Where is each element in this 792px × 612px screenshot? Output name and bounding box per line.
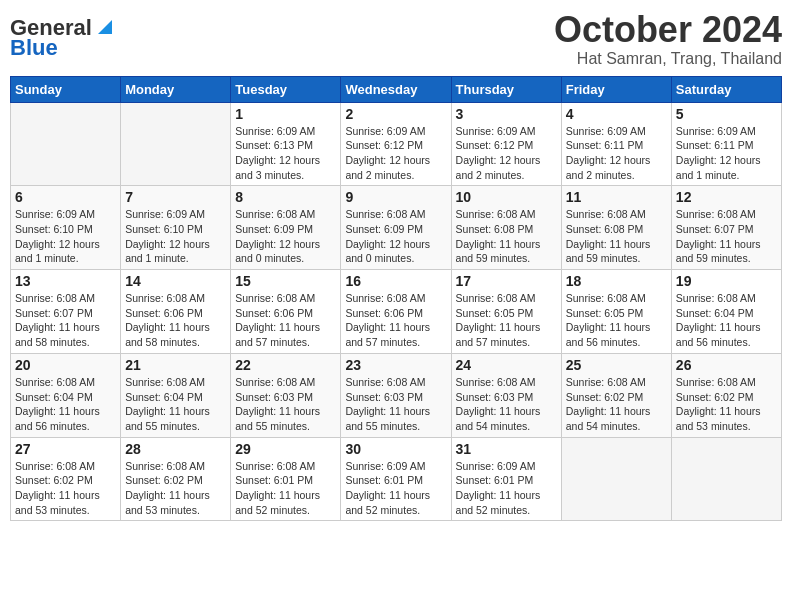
calendar-week-row: 20Sunrise: 6:08 AMSunset: 6:04 PMDayligh…: [11, 353, 782, 437]
day-number: 5: [676, 106, 777, 122]
calendar-cell: 6Sunrise: 6:09 AMSunset: 6:10 PMDaylight…: [11, 186, 121, 270]
day-info: Sunrise: 6:08 AMSunset: 6:03 PMDaylight:…: [345, 375, 446, 434]
day-info: Sunrise: 6:08 AMSunset: 6:03 PMDaylight:…: [235, 375, 336, 434]
calendar-table: SundayMondayTuesdayWednesdayThursdayFrid…: [10, 76, 782, 522]
day-info: Sunrise: 6:08 AMSunset: 6:02 PMDaylight:…: [15, 459, 116, 518]
day-info: Sunrise: 6:08 AMSunset: 6:08 PMDaylight:…: [566, 207, 667, 266]
day-number: 12: [676, 189, 777, 205]
calendar-cell: 24Sunrise: 6:08 AMSunset: 6:03 PMDayligh…: [451, 353, 561, 437]
weekday-header-wednesday: Wednesday: [341, 76, 451, 102]
calendar-cell: 8Sunrise: 6:08 AMSunset: 6:09 PMDaylight…: [231, 186, 341, 270]
day-info: Sunrise: 6:08 AMSunset: 6:09 PMDaylight:…: [235, 207, 336, 266]
calendar-cell: [11, 102, 121, 186]
month-title: October 2024: [554, 10, 782, 50]
calendar-cell: 13Sunrise: 6:08 AMSunset: 6:07 PMDayligh…: [11, 270, 121, 354]
page-header: General Blue October 2024 Hat Samran, Tr…: [10, 10, 782, 68]
calendar-cell: 27Sunrise: 6:08 AMSunset: 6:02 PMDayligh…: [11, 437, 121, 521]
calendar-cell: 15Sunrise: 6:08 AMSunset: 6:06 PMDayligh…: [231, 270, 341, 354]
weekday-header-monday: Monday: [121, 76, 231, 102]
day-number: 25: [566, 357, 667, 373]
logo: General Blue: [10, 15, 116, 61]
day-info: Sunrise: 6:08 AMSunset: 6:07 PMDaylight:…: [676, 207, 777, 266]
calendar-cell: 7Sunrise: 6:09 AMSunset: 6:10 PMDaylight…: [121, 186, 231, 270]
day-number: 11: [566, 189, 667, 205]
day-number: 3: [456, 106, 557, 122]
calendar-cell: 4Sunrise: 6:09 AMSunset: 6:11 PMDaylight…: [561, 102, 671, 186]
weekday-header-sunday: Sunday: [11, 76, 121, 102]
calendar-cell: [671, 437, 781, 521]
day-number: 23: [345, 357, 446, 373]
day-number: 26: [676, 357, 777, 373]
logo-arrow-icon: [94, 16, 116, 38]
day-number: 10: [456, 189, 557, 205]
day-number: 22: [235, 357, 336, 373]
day-number: 9: [345, 189, 446, 205]
calendar-cell: 25Sunrise: 6:08 AMSunset: 6:02 PMDayligh…: [561, 353, 671, 437]
day-info: Sunrise: 6:09 AMSunset: 6:01 PMDaylight:…: [456, 459, 557, 518]
calendar-week-row: 6Sunrise: 6:09 AMSunset: 6:10 PMDaylight…: [11, 186, 782, 270]
calendar-cell: 21Sunrise: 6:08 AMSunset: 6:04 PMDayligh…: [121, 353, 231, 437]
day-info: Sunrise: 6:08 AMSunset: 6:02 PMDaylight:…: [566, 375, 667, 434]
day-info: Sunrise: 6:08 AMSunset: 6:06 PMDaylight:…: [345, 291, 446, 350]
day-info: Sunrise: 6:09 AMSunset: 6:01 PMDaylight:…: [345, 459, 446, 518]
day-number: 19: [676, 273, 777, 289]
day-info: Sunrise: 6:09 AMSunset: 6:12 PMDaylight:…: [345, 124, 446, 183]
day-number: 18: [566, 273, 667, 289]
day-info: Sunrise: 6:08 AMSunset: 6:06 PMDaylight:…: [125, 291, 226, 350]
day-number: 15: [235, 273, 336, 289]
day-number: 2: [345, 106, 446, 122]
weekday-header-row: SundayMondayTuesdayWednesdayThursdayFrid…: [11, 76, 782, 102]
day-info: Sunrise: 6:08 AMSunset: 6:05 PMDaylight:…: [456, 291, 557, 350]
svg-marker-0: [98, 20, 112, 34]
day-info: Sunrise: 6:09 AMSunset: 6:13 PMDaylight:…: [235, 124, 336, 183]
day-number: 20: [15, 357, 116, 373]
calendar-cell: 3Sunrise: 6:09 AMSunset: 6:12 PMDaylight…: [451, 102, 561, 186]
day-number: 17: [456, 273, 557, 289]
day-number: 4: [566, 106, 667, 122]
calendar-cell: 19Sunrise: 6:08 AMSunset: 6:04 PMDayligh…: [671, 270, 781, 354]
calendar-cell: 12Sunrise: 6:08 AMSunset: 6:07 PMDayligh…: [671, 186, 781, 270]
day-number: 27: [15, 441, 116, 457]
calendar-cell: 23Sunrise: 6:08 AMSunset: 6:03 PMDayligh…: [341, 353, 451, 437]
calendar-cell: 9Sunrise: 6:08 AMSunset: 6:09 PMDaylight…: [341, 186, 451, 270]
day-info: Sunrise: 6:08 AMSunset: 6:09 PMDaylight:…: [345, 207, 446, 266]
day-number: 24: [456, 357, 557, 373]
weekday-header-saturday: Saturday: [671, 76, 781, 102]
day-info: Sunrise: 6:08 AMSunset: 6:06 PMDaylight:…: [235, 291, 336, 350]
day-info: Sunrise: 6:08 AMSunset: 6:01 PMDaylight:…: [235, 459, 336, 518]
day-number: 14: [125, 273, 226, 289]
weekday-header-thursday: Thursday: [451, 76, 561, 102]
weekday-header-tuesday: Tuesday: [231, 76, 341, 102]
day-number: 8: [235, 189, 336, 205]
calendar-cell: 10Sunrise: 6:08 AMSunset: 6:08 PMDayligh…: [451, 186, 561, 270]
calendar-cell: 30Sunrise: 6:09 AMSunset: 6:01 PMDayligh…: [341, 437, 451, 521]
day-info: Sunrise: 6:08 AMSunset: 6:07 PMDaylight:…: [15, 291, 116, 350]
calendar-cell: [121, 102, 231, 186]
day-info: Sunrise: 6:08 AMSunset: 6:04 PMDaylight:…: [125, 375, 226, 434]
calendar-cell: 5Sunrise: 6:09 AMSunset: 6:11 PMDaylight…: [671, 102, 781, 186]
day-number: 13: [15, 273, 116, 289]
day-info: Sunrise: 6:09 AMSunset: 6:12 PMDaylight:…: [456, 124, 557, 183]
calendar-cell: 18Sunrise: 6:08 AMSunset: 6:05 PMDayligh…: [561, 270, 671, 354]
calendar-cell: 31Sunrise: 6:09 AMSunset: 6:01 PMDayligh…: [451, 437, 561, 521]
day-number: 21: [125, 357, 226, 373]
day-number: 7: [125, 189, 226, 205]
calendar-week-row: 27Sunrise: 6:08 AMSunset: 6:02 PMDayligh…: [11, 437, 782, 521]
calendar-week-row: 1Sunrise: 6:09 AMSunset: 6:13 PMDaylight…: [11, 102, 782, 186]
calendar-cell: 20Sunrise: 6:08 AMSunset: 6:04 PMDayligh…: [11, 353, 121, 437]
day-info: Sunrise: 6:08 AMSunset: 6:02 PMDaylight:…: [676, 375, 777, 434]
calendar-cell: 22Sunrise: 6:08 AMSunset: 6:03 PMDayligh…: [231, 353, 341, 437]
day-info: Sunrise: 6:08 AMSunset: 6:02 PMDaylight:…: [125, 459, 226, 518]
calendar-cell: 16Sunrise: 6:08 AMSunset: 6:06 PMDayligh…: [341, 270, 451, 354]
day-number: 1: [235, 106, 336, 122]
day-number: 28: [125, 441, 226, 457]
calendar-cell: 26Sunrise: 6:08 AMSunset: 6:02 PMDayligh…: [671, 353, 781, 437]
calendar-cell: 2Sunrise: 6:09 AMSunset: 6:12 PMDaylight…: [341, 102, 451, 186]
day-info: Sunrise: 6:08 AMSunset: 6:04 PMDaylight:…: [15, 375, 116, 434]
day-number: 29: [235, 441, 336, 457]
calendar-cell: 14Sunrise: 6:08 AMSunset: 6:06 PMDayligh…: [121, 270, 231, 354]
day-number: 6: [15, 189, 116, 205]
day-info: Sunrise: 6:08 AMSunset: 6:04 PMDaylight:…: [676, 291, 777, 350]
day-info: Sunrise: 6:09 AMSunset: 6:10 PMDaylight:…: [15, 207, 116, 266]
day-info: Sunrise: 6:09 AMSunset: 6:11 PMDaylight:…: [566, 124, 667, 183]
